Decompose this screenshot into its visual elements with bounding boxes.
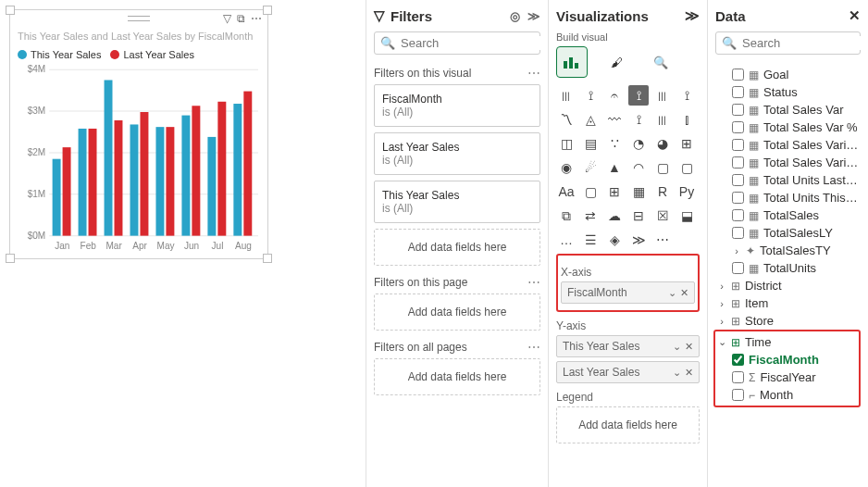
add-filter-visual[interactable]: Add data fields here (374, 229, 540, 266)
field-row[interactable]: ▦Total Sales Var % (715, 119, 861, 136)
legend-swatch-1 (18, 50, 27, 59)
viz-type-icon[interactable]: ◬ (580, 109, 601, 130)
table-row[interactable]: ›⊞Store (715, 312, 861, 330)
field-row[interactable]: ⌐Month (715, 386, 859, 404)
field-row[interactable]: ▦Total Sales Vari… (715, 154, 861, 171)
viz-type-icon[interactable]: ⋯ (652, 230, 673, 250)
yaxis-field-2[interactable]: Last Year Sales⌄✕ (556, 361, 700, 383)
viz-type-icon[interactable]: … (556, 230, 577, 250)
more-icon[interactable]: ⋯ (527, 275, 540, 290)
viz-type-icon[interactable]: ⫼ (652, 109, 673, 130)
viz-type-icon[interactable]: 〰 (604, 109, 625, 130)
more-icon[interactable]: ⋯ (527, 340, 540, 355)
xaxis-highlight: X-axis FiscalMonth⌄✕ (556, 254, 700, 312)
viz-type-icon[interactable]: ⟟ (628, 109, 649, 130)
filter-card[interactable]: FiscalMonthis (All) (374, 84, 540, 127)
add-filter-all[interactable]: Add data fields here (374, 358, 540, 395)
viz-type-icon[interactable]: ◔ (628, 133, 649, 154)
viz-type-icon[interactable]: ☒ (652, 206, 673, 226)
viz-type-icon[interactable]: ⟟ (580, 85, 601, 106)
tab-format[interactable]: 🖌 (601, 46, 632, 78)
time-highlight: ⌄⊞Time FiscalMonthΣFiscalYear⌐Month (713, 330, 861, 407)
svg-rect-16 (105, 80, 113, 235)
viz-type-icon[interactable]: ⫼ (652, 85, 673, 106)
viz-type-icon[interactable]: ⬓ (676, 206, 697, 226)
table-row[interactable]: ›⊞Item (715, 294, 861, 312)
tab-analytics[interactable]: 🔍 (645, 46, 676, 78)
more-icon[interactable]: ⋯ (527, 66, 540, 81)
svg-rect-36 (575, 63, 578, 69)
viz-type-icon[interactable]: ▤ (580, 133, 601, 154)
viz-type-icon[interactable]: Aa (556, 181, 577, 202)
viz-type-icon[interactable]: 𝄐 (604, 85, 625, 106)
field-totalunits[interactable]: ▦TotalUnits (715, 259, 861, 277)
close-icon[interactable]: ✕ (849, 7, 861, 24)
legend-add[interactable]: Add data fields here (556, 406, 700, 443)
search-input[interactable] (742, 36, 868, 50)
yaxis-field-1[interactable]: This Year Sales⌄✕ (556, 335, 700, 357)
report-canvas[interactable]: ▽ ⧉ ⋯ This Year Sales and Last Year Sale… (0, 0, 366, 487)
viz-type-icon[interactable]: ⫼ (556, 85, 577, 106)
viz-type-icon[interactable]: ⊟ (628, 206, 649, 226)
more-icon[interactable]: ⋯ (251, 12, 262, 25)
svg-rect-20 (140, 112, 148, 236)
field-row[interactable]: FiscalMonth (715, 351, 859, 368)
viz-type-icon[interactable]: ⊞ (604, 181, 625, 202)
add-filter-page[interactable]: Add data fields here (374, 293, 540, 331)
viz-type-icon[interactable]: ▲ (604, 157, 625, 178)
data-search[interactable]: 🔍 (715, 31, 861, 55)
chart-visual[interactable]: ▽ ⧉ ⋯ This Year Sales and Last Year Sale… (9, 9, 268, 259)
viz-type-icon[interactable]: ⊞ (676, 133, 697, 154)
viz-type-icon[interactable]: ⧉ (556, 206, 577, 226)
viz-type-icon[interactable]: ▢ (676, 157, 697, 178)
filter-card[interactable]: Last Year Salesis (All) (374, 132, 540, 175)
filter-icon[interactable]: ▽ (223, 12, 231, 25)
tab-build-visual[interactable] (556, 46, 588, 78)
field-row[interactable]: ▦TotalSales (715, 206, 861, 224)
field-row[interactable]: ▦TotalSalesLY (715, 224, 861, 242)
filters-search[interactable]: 🔍 (374, 31, 540, 55)
viz-type-icon[interactable]: ▢ (580, 181, 601, 202)
viz-type-icon[interactable]: ⫿ (676, 109, 697, 130)
viz-type-icon[interactable]: ◈ (604, 230, 625, 250)
svg-rect-28 (207, 137, 216, 236)
field-row[interactable]: ▦Goal (715, 66, 861, 83)
viz-type-icon[interactable]: ▦ (628, 181, 649, 202)
viz-type-icon[interactable]: Py (676, 181, 697, 202)
viz-type-icon[interactable]: ◫ (556, 133, 577, 154)
eye-icon[interactable]: ◎ (510, 9, 520, 23)
field-row[interactable]: ▦Status (715, 83, 861, 101)
svg-rect-22 (155, 127, 164, 235)
field-row[interactable]: ▦Total Units Last… (715, 171, 861, 189)
viz-type-icon[interactable]: ☰ (580, 230, 601, 250)
collapse-icon[interactable]: ≫ (685, 7, 700, 24)
search-input[interactable] (401, 36, 548, 50)
visual-header[interactable]: ▽ ⧉ ⋯ (10, 10, 267, 27)
viz-type-icon[interactable]: ◉ (556, 157, 577, 178)
focus-icon[interactable]: ⧉ (237, 12, 245, 25)
viz-type-icon[interactable]: ⟟ (628, 85, 649, 106)
viz-type-icon[interactable]: ☁ (604, 206, 625, 226)
field-row[interactable]: ΣFiscalYear (715, 368, 859, 386)
field-row[interactable]: ▦Total Sales Var (715, 101, 861, 119)
table-time[interactable]: ⌄⊞Time (715, 333, 859, 351)
viz-type-icon[interactable]: ▢ (652, 157, 673, 178)
xaxis-field[interactable]: FiscalMonth⌄✕ (561, 281, 695, 304)
svg-text:$2M: $2M (28, 147, 46, 157)
drag-handle-icon[interactable] (128, 16, 150, 21)
field-row[interactable]: ▦Total Units This… (715, 189, 861, 206)
field-totalsalesty[interactable]: ›✦TotalSalesTY (715, 242, 861, 259)
viz-type-icon[interactable]: ⟟ (676, 85, 697, 106)
viz-type-icon[interactable]: 〽 (556, 109, 577, 130)
table-row[interactable]: ›⊞District (715, 277, 861, 294)
viz-type-icon[interactable]: ☄ (580, 157, 601, 178)
viz-type-icon[interactable]: ◠ (628, 157, 649, 178)
field-row[interactable]: ▦Total Sales Vari… (715, 136, 861, 154)
viz-type-icon[interactable]: ◕ (652, 133, 673, 154)
viz-type-icon[interactable]: ≫ (628, 230, 649, 250)
viz-type-icon[interactable]: R (652, 181, 673, 202)
viz-type-icon[interactable]: ⇄ (580, 206, 601, 226)
viz-type-icon[interactable]: ∵ (604, 133, 625, 154)
collapse-icon[interactable]: ≫ (527, 9, 540, 23)
filter-card[interactable]: This Year Salesis (All) (374, 181, 540, 223)
